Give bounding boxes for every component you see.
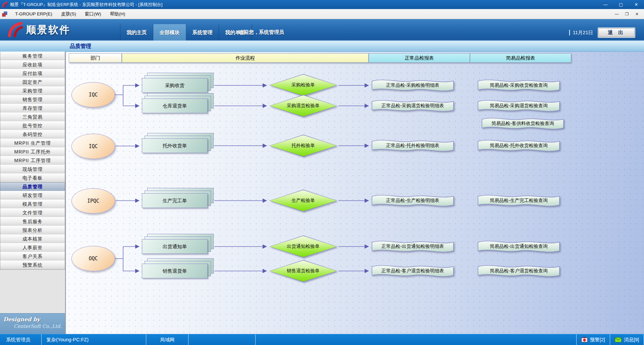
status-bar: 系统管理员 复杂(Young-PC:FZ) 局域网 预警[2] 消息[9] <box>0 334 644 345</box>
process-box-production-completion[interactable]: 生产完工单 <box>142 193 208 208</box>
sidebar-item-13[interactable]: 现场管理 <box>0 165 65 174</box>
first-aid-kit-icon <box>581 337 588 342</box>
tab-system-management[interactable]: 系统管理 <box>186 24 219 41</box>
simple-report-outsource-receipt[interactable]: 简易品检-托外收货检验查询 <box>477 138 560 153</box>
status-station: 复杂(Young-PC:FZ) <box>42 334 146 345</box>
sidebar-item-23[interactable]: 客户关系 <box>0 252 65 261</box>
sidebar-item-2[interactable]: 应付款项 <box>0 69 65 78</box>
process-box-warehouse-return[interactable]: 仓库退货单 <box>142 98 208 113</box>
normal-report-outsource[interactable]: 正常品检-托外检验明细表 <box>371 138 454 153</box>
sidebar-item-0[interactable]: 账务管理 <box>0 52 65 61</box>
sidebar-item-7[interactable]: 三角贸易 <box>0 113 65 122</box>
status-spacer-1 <box>189 334 256 345</box>
department-ellipse-ipqc: IPQC <box>71 188 115 214</box>
sidebar-item-16[interactable]: 研发管理 <box>0 191 65 200</box>
brand-logo: 顺景软件 <box>6 22 70 38</box>
normal-report-customer-return[interactable]: 正常品检-客户退货检验明细表 <box>371 264 454 278</box>
sidebar-item-15[interactable]: 品质管理 <box>0 182 65 191</box>
sidebar-item-10[interactable]: MRPII 生产管理 <box>0 139 65 148</box>
status-alerts[interactable]: 预警[2] <box>577 334 610 345</box>
mdi-window-icon <box>2 11 7 17</box>
status-spacer-2 <box>256 334 577 345</box>
company-name: CenterSoft Co.,Ltd. <box>3 324 62 329</box>
module-title: 品质管理 <box>70 43 91 50</box>
inspection-diamond-sales-return[interactable]: 销售退货检验单 <box>269 260 337 282</box>
mdi-restore-button[interactable]: ❐ <box>623 10 631 18</box>
menu-bar: T-GROUP ERP(E) 皮肤(S) 窗口(W) 帮助(H) — ❐ ✕ <box>0 9 644 19</box>
tab-all-modules[interactable]: 全部模块 <box>153 24 186 41</box>
mdi-minimize-button[interactable]: — <box>612 10 621 18</box>
simple-report-purchase-receipt[interactable]: 简易品检-采购收货检验查询 <box>477 78 560 93</box>
normal-report-purchase[interactable]: 正常品检-采购检验明细表 <box>371 78 454 93</box>
normal-report-production[interactable]: 正常品检-生产检验明细表 <box>371 193 454 208</box>
close-button[interactable]: ✕ <box>629 0 644 9</box>
sidebar-item-17[interactable]: 模具管理 <box>0 200 65 209</box>
process-box-purchase-receipt[interactable]: 采购收货 <box>142 78 208 93</box>
sidebar-item-14[interactable]: 电子看板 <box>0 174 65 183</box>
department-ellipse-oqc: OQC <box>71 246 115 271</box>
sidebar-item-9[interactable]: 条码管控 <box>0 130 65 139</box>
inspection-diamond-shipping-notice[interactable]: 出货通知检验单 <box>269 235 337 258</box>
flowchart-canvas: 部门 作业流程 正常品检报表 简易品检报表 <box>66 52 644 334</box>
status-user: 系统管理员 <box>0 334 42 345</box>
welcome-text: 欢迎您，系统管理员 <box>239 29 284 36</box>
maximize-button[interactable]: ▢ <box>613 0 629 9</box>
menu-item-skin[interactable]: 皮肤(S) <box>57 9 80 19</box>
current-date: 11月21日 <box>573 29 593 36</box>
app-logo-icon <box>1 1 8 8</box>
process-box-outsource-receipt[interactable]: 托外收货单 <box>142 138 208 153</box>
sidebar-item-6[interactable]: 库存管理 <box>0 104 65 113</box>
mdi-close-button[interactable]: ✕ <box>633 10 641 18</box>
simple-report-shipping-notice[interactable]: 简易品检-出货通知检验查询 <box>477 239 560 254</box>
status-network: 局域网 <box>146 334 189 345</box>
simple-report-customer-supplied[interactable]: 简易品检-客供料收货检验查询 <box>481 116 564 131</box>
inspection-diamond-purchase[interactable]: 采购检验单 <box>269 74 337 96</box>
envelope-icon <box>615 337 622 342</box>
department-ellipse-iqc-1: IQC <box>71 82 115 108</box>
module-title-bar: 品质管理 <box>0 41 644 52</box>
exit-button[interactable]: 退 出 <box>598 28 635 37</box>
date-divider <box>569 30 570 36</box>
tab-my-home[interactable]: 我的主页 <box>120 24 153 41</box>
sidebar-item-3[interactable]: 固定资产 <box>0 78 65 87</box>
sidebar-item-8[interactable]: 批号管控 <box>0 121 65 130</box>
minimize-button[interactable]: — <box>598 0 613 9</box>
simple-report-purchase-return[interactable]: 简易品检-采购退货检验查询 <box>477 98 560 113</box>
normal-report-shipping-notice[interactable]: 正常品检-出货通知检验明细表 <box>371 239 454 254</box>
simple-report-customer-return[interactable]: 简易品检-客户退货检验查询 <box>477 264 560 278</box>
normal-report-purchase-return[interactable]: 正常品检-采购退货检验明细表 <box>371 98 454 113</box>
menu-item-help[interactable]: 帮助(H) <box>106 9 130 19</box>
sidebar-item-24[interactable]: 预警系统 <box>0 261 65 270</box>
status-messages[interactable]: 消息[9] <box>610 334 644 345</box>
brand-name: 顺景软件 <box>26 23 70 37</box>
sidebar-spacer <box>0 270 65 313</box>
process-box-shipping-notice[interactable]: 出货通知单 <box>142 239 208 254</box>
sidebar-item-20[interactable]: 报表分析 <box>0 226 65 235</box>
sidebar-item-4[interactable]: 采购管理 <box>0 86 65 95</box>
simple-report-production-completion[interactable]: 简易品检-生产完工检验查询 <box>477 193 560 208</box>
brand-swoosh-icon <box>6 22 23 38</box>
window-title: 顺景『T-GROUP』制造业ERP系统 - 东莞顺景软件科技有限公司 - [系统… <box>10 2 162 8</box>
designed-by-panel: Designed by CenterSoft Co.,Ltd. <box>0 313 65 334</box>
sidebar-item-18[interactable]: 文件管理 <box>0 208 65 217</box>
title-bar: 顺景『T-GROUP』制造业ERP系统 - 东莞顺景软件科技有限公司 - [系统… <box>0 0 644 9</box>
sidebar-item-22[interactable]: 人事薪资 <box>0 243 65 252</box>
inspection-diamond-outsource[interactable]: 托外检验单 <box>269 135 337 157</box>
menu-item-window[interactable]: 窗口(W) <box>80 9 106 19</box>
sidebar-item-12[interactable]: MRPII 工序管理 <box>0 156 65 165</box>
designed-by-text: Designed by <box>3 316 62 323</box>
inspection-diamond-purchase-return[interactable]: 采购退货检验单 <box>269 95 337 117</box>
sidebar-item-5[interactable]: 销售管理 <box>0 95 65 104</box>
department-ellipse-iqc-2: IQC <box>71 134 115 159</box>
app-header: 顺景软件 我的主页 全部模块 系统管理 我的单据 欢迎您，系统管理员 11月21… <box>0 19 644 41</box>
menu-item-tgroup-erp[interactable]: T-GROUP ERP(E) <box>11 9 57 19</box>
inspection-diamond-production[interactable]: 生产检验单 <box>269 190 337 212</box>
sidebar-item-1[interactable]: 应收款项 <box>0 60 65 69</box>
sidebar-list: 账务管理应收款项应付款项固定资产采购管理销售管理库存管理三角贸易批号管控条码管控… <box>0 52 65 270</box>
header-tabs: 我的主页 全部模块 系统管理 我的单据 <box>120 24 252 41</box>
sidebar-item-19[interactable]: 售后服务 <box>0 217 65 226</box>
process-box-sales-return[interactable]: 销售退货单 <box>142 264 208 278</box>
sidebar-item-11[interactable]: MRPII 工序托外 <box>0 147 65 156</box>
sidebar-item-21[interactable]: 成本核算 <box>0 234 65 244</box>
module-sidebar: 账务管理应收款项应付款项固定资产采购管理销售管理库存管理三角贸易批号管控条码管控… <box>0 52 66 334</box>
